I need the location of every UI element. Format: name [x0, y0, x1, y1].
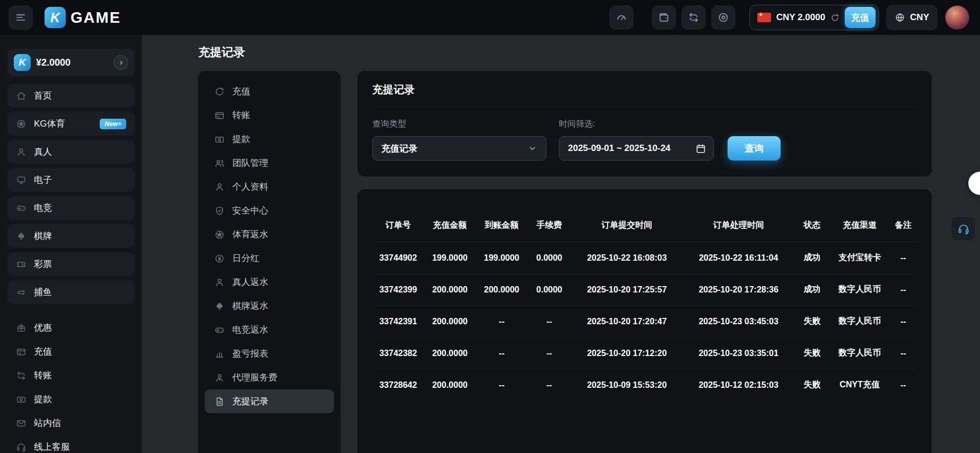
cell-channel: 数字人民币 [830, 306, 890, 337]
wallet-expand-button[interactable] [113, 55, 128, 70]
account-menu-item[interactable]: 盈亏报表 [205, 342, 334, 366]
sidebar-item[interactable]: 线上客服 [7, 435, 135, 453]
logo[interactable]: K GAME [45, 7, 121, 28]
cell-channel: 支付宝转卡 [830, 242, 890, 274]
sidebar-item[interactable]: 电竞 [7, 196, 135, 220]
chevron-right-icon [118, 59, 125, 66]
sidebar-item-label: 优惠 [34, 322, 52, 334]
sidebar-item[interactable]: 棋牌 [7, 224, 135, 248]
account-menu: 充值 转账 提款 团队管理 个人资料 安全中心 体育返水 日分红 真人返水 棋牌… [198, 71, 340, 453]
sidebar-item[interactable]: 提款 [7, 387, 135, 411]
account-menu-item-label: 转账 [232, 109, 250, 121]
person-icon [214, 182, 225, 192]
account-menu-item-label: 个人资料 [232, 181, 268, 193]
sidebar-item-label: 充值 [34, 345, 52, 358]
sidebar-item[interactable]: 彩票 [7, 252, 135, 276]
cell-remark: -- [890, 242, 917, 274]
table-body: 33744902 199.0000 199.0000 0.0000 2025-1… [372, 242, 917, 401]
logo-text: GAME [71, 9, 121, 26]
account-menu-item[interactable]: 安全中心 [205, 199, 334, 223]
sidebar-item[interactable]: 首页 [7, 84, 135, 108]
logo-k-badge: K [45, 7, 66, 28]
sidebar-item-label: 转账 [34, 369, 52, 381]
account-menu-item[interactable]: 提款 [205, 127, 334, 151]
deposit-button[interactable]: 充值 [845, 7, 876, 28]
language-selector[interactable]: CNY [886, 5, 938, 30]
account-menu-item[interactable]: 电竞返水 [205, 318, 334, 342]
gauge-icon [616, 12, 627, 23]
account-menu-item[interactable]: 团队管理 [205, 151, 334, 175]
topbar-icon-button[interactable] [711, 5, 736, 30]
topbar-icon-button[interactable] [652, 5, 676, 30]
account-menu-item[interactable]: 个人资料 [205, 175, 334, 199]
cell-remark: -- [890, 337, 917, 369]
menu-toggle-button[interactable] [8, 5, 33, 30]
account-menu-item[interactable]: 棋牌返水 [205, 294, 334, 318]
cell-deposit-amount: 200.0000 [424, 337, 476, 369]
account-menu-item-label: 充提记录 [232, 395, 268, 407]
calendar-icon[interactable] [695, 143, 706, 154]
sidebar-item[interactable]: 转账 [7, 363, 135, 387]
column-header: 充值渠道 [830, 214, 890, 242]
sidebar-item[interactable]: KG体育 New+ [7, 112, 135, 136]
cell-processed-time: 2025-10-20 17:28:36 [682, 274, 794, 306]
date-range-input[interactable]: 2025-09-01 ~ 2025-10-24 [559, 136, 714, 161]
sidebar-item-label: KG体育 [34, 118, 65, 130]
cell-fee: 0.0000 [528, 274, 571, 306]
divider [372, 106, 917, 107]
time-filter-field: 时间筛选: 2025-09-01 ~ 2025-10-24 [559, 119, 714, 161]
sidebar-item-label: 线上客服 [34, 441, 70, 453]
column-header: 充值金额 [424, 214, 476, 242]
headset-icon [16, 442, 27, 452]
table-row: 33728642 200.0000 -- -- 2025-10-09 15:53… [372, 369, 917, 401]
date-range-value: 2025-09-01 ~ 2025-10-24 [568, 143, 670, 154]
account-menu-item[interactable]: 体育返水 [205, 223, 334, 246]
sidebar-item[interactable]: 优惠 [7, 316, 135, 340]
cell-remark: -- [890, 369, 917, 401]
panel-title: 充提记录 [372, 83, 917, 97]
sidebar-item-label: 站内信 [34, 417, 61, 429]
sidebar-item[interactable]: 充值 [7, 340, 135, 363]
customer-service-button[interactable] [951, 216, 976, 241]
account-menu-item[interactable]: 充值 [205, 79, 334, 103]
team-icon [214, 158, 225, 168]
chart-icon [214, 349, 225, 359]
sidebar-item[interactable]: 站内信 [7, 411, 135, 435]
account-menu-item[interactable]: 日分红 [205, 246, 334, 270]
avatar[interactable] [945, 5, 969, 30]
refresh-balance-icon[interactable] [830, 13, 839, 22]
account-menu-item-label: 安全中心 [232, 205, 268, 217]
topbar-icon-button[interactable] [681, 5, 706, 30]
account-menu-item[interactable]: 代理服务费 [205, 366, 334, 389]
account-menu-item[interactable]: 转账 [205, 103, 334, 127]
swap-icon [16, 370, 27, 381]
search-button[interactable]: 查询 [728, 136, 781, 161]
shield-icon [214, 206, 225, 216]
cell-fee: 0.0000 [528, 242, 571, 274]
account-menu-item-label: 提款 [232, 133, 250, 145]
language-label: CNY [910, 12, 929, 23]
record-type-select[interactable]: 充值记录 [372, 136, 546, 161]
records-table: 订单号 充值金额 到账金额 手续费 订单提交时间 订单处理时间 状态 充值渠道 … [372, 214, 917, 401]
compass-icon [718, 12, 729, 23]
topbar-icon-button[interactable] [609, 5, 634, 30]
spade-icon [214, 301, 225, 312]
cell-processed-time: 2025-10-23 03:35:01 [682, 337, 794, 369]
sidebar-item-label: 电子 [34, 174, 52, 186]
table-row: 33744902 199.0000 199.0000 0.0000 2025-1… [372, 242, 917, 274]
currency-selector[interactable]: ★ CNY 2.0000 充值 [749, 5, 879, 30]
sidebar-item[interactable]: 电子 [7, 168, 135, 192]
sidebar-item[interactable]: 真人 [7, 140, 135, 164]
sidebar-item[interactable]: 捕鱼 [7, 280, 135, 304]
cell-order-id: 33744902 [372, 242, 424, 274]
cell-credited-amount: -- [476, 337, 528, 369]
topbar-right: ★ CNY 2.0000 充值 CNY [609, 5, 969, 30]
wallet-card: K ¥2.0000 [7, 49, 135, 76]
currency-balance: CNY 2.0000 [776, 12, 825, 23]
filter-panel: 充提记录 查询类型 充值记录 时间筛选: [357, 71, 932, 176]
sidebar-item-label: 首页 [34, 90, 52, 102]
cell-fee: -- [528, 369, 571, 401]
topbar-icon-group [609, 5, 736, 30]
account-menu-item[interactable]: 真人返水 [205, 270, 334, 294]
account-menu-item[interactable]: 充提记录 [205, 389, 334, 413]
